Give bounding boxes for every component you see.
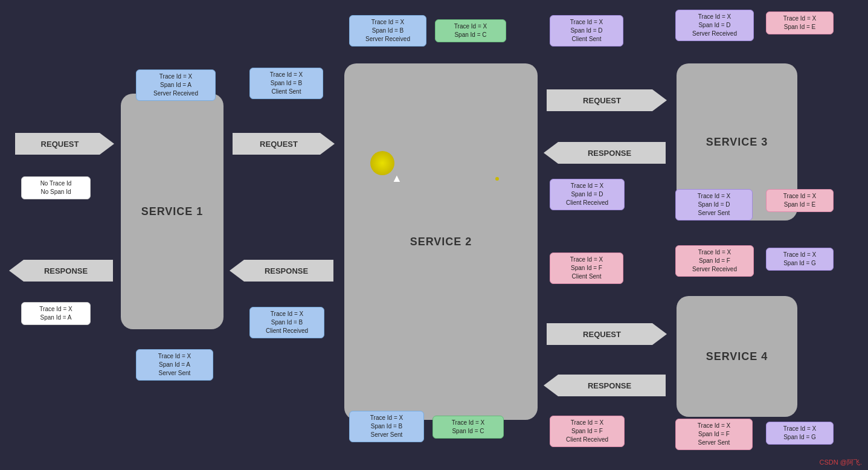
diagram-canvas: SERVICE 1 SERVICE 2 SERVICE 3 SERVICE 4 … <box>0 0 868 470</box>
response-label-2: RESPONSE <box>244 260 333 282</box>
service1-label: SERVICE 1 <box>141 205 204 218</box>
arrow-head-l-4 <box>544 375 558 396</box>
request-label-4: REQUEST <box>547 323 652 345</box>
trace-xg-top: Trace Id = XSpan Id = G <box>766 248 834 271</box>
response-label-4: RESPONSE <box>558 375 666 396</box>
trace-xe-mid: Trace Id = XSpan Id = E <box>766 189 834 212</box>
trace-xc-top: Trace Id = XSpan Id = C <box>435 19 506 42</box>
trace-xd-server-received: Trace Id = XSpan Id = DServer Received <box>675 10 754 41</box>
arrow-head-l-3 <box>544 142 558 164</box>
small-dot <box>495 177 499 181</box>
arrow-head-l-2 <box>230 260 244 282</box>
trace-xf-server-received: Trace Id = XSpan Id = FServer Received <box>675 245 754 277</box>
request-arrow-4: REQUEST <box>547 323 667 345</box>
request-label-3: REQUEST <box>547 89 652 111</box>
trace-xb-client-sent: Trace Id = XSpan Id = BClient Sent <box>249 68 323 99</box>
trace-xb-client-received: Trace Id = XSpan Id = BClient Received <box>249 307 324 338</box>
trace-xf-server-sent: Trace Id = XSpan Id = FServer Sent <box>675 419 753 450</box>
trace-xb-server-received: Trace Id = XSpan Id = BServer Received <box>349 15 426 47</box>
trace-xg-bottom: Trace Id = XSpan Id = G <box>766 422 834 445</box>
watermark: CSDN @阿飞. <box>820 458 862 467</box>
trace-xc-bottom: Trace Id = XSpan Id = C <box>432 416 504 439</box>
trace-xa-server-sent: Trace Id = XSpan Id = AServer Sent <box>136 349 213 381</box>
trace-xe-top: Trace Id = XSpan Id = E <box>766 11 834 34</box>
response-arrow-2: RESPONSE <box>230 260 333 282</box>
trace-xf-client-sent: Trace Id = XSpan Id = FClient Sent <box>550 253 623 284</box>
service2-box: SERVICE 2 <box>344 63 538 420</box>
cursor-arrow: ▲ <box>391 172 402 185</box>
response-arrow-1: RESPONSE <box>9 260 113 282</box>
trace-xb-server-sent: Trace Id = XSpan Id = BServer Sent <box>349 411 424 442</box>
trace-xd-client-sent: Trace Id = XSpan Id = DClient Sent <box>550 15 623 47</box>
trace-xf-client-received: Trace Id = XSpan Id = FClient Received <box>550 416 625 447</box>
service1-box: SERVICE 1 <box>121 94 223 329</box>
response-arrow-3: RESPONSE <box>544 142 666 164</box>
service4-box: SERVICE 4 <box>677 296 797 417</box>
service3-label: SERVICE 3 <box>706 136 768 149</box>
request-arrow-2: REQUEST <box>233 133 335 155</box>
cursor-dot <box>370 151 394 175</box>
request-label-2: REQUEST <box>233 133 320 155</box>
arrow-head-l-1 <box>9 260 24 282</box>
request-arrow-3: REQUEST <box>547 89 667 111</box>
no-trace-label: No Trace IdNo Span Id <box>21 176 91 199</box>
arrow-head-1 <box>100 133 114 155</box>
service2-label: SERVICE 2 <box>410 236 472 248</box>
trace-xd-server-sent: Trace Id = XSpan Id = DServer Sent <box>675 189 753 221</box>
request-arrow-1: REQUEST <box>15 133 114 155</box>
arrow-head-2 <box>320 133 335 155</box>
trace-xa-server-received: Trace Id = XSpan Id = AServer Received <box>136 69 216 101</box>
response-arrow-4: RESPONSE <box>544 375 666 396</box>
trace-xa-bottom-label: Trace Id = XSpan Id = A <box>21 302 91 325</box>
arrow-head-4 <box>652 323 667 345</box>
service4-label: SERVICE 4 <box>706 350 768 363</box>
trace-xd-client-received: Trace Id = XSpan Id = DClient Received <box>550 179 625 210</box>
response-label-1: RESPONSE <box>24 260 113 282</box>
request-label-1: REQUEST <box>15 133 100 155</box>
response-label-3: RESPONSE <box>558 142 666 164</box>
arrow-head-3 <box>652 89 667 111</box>
